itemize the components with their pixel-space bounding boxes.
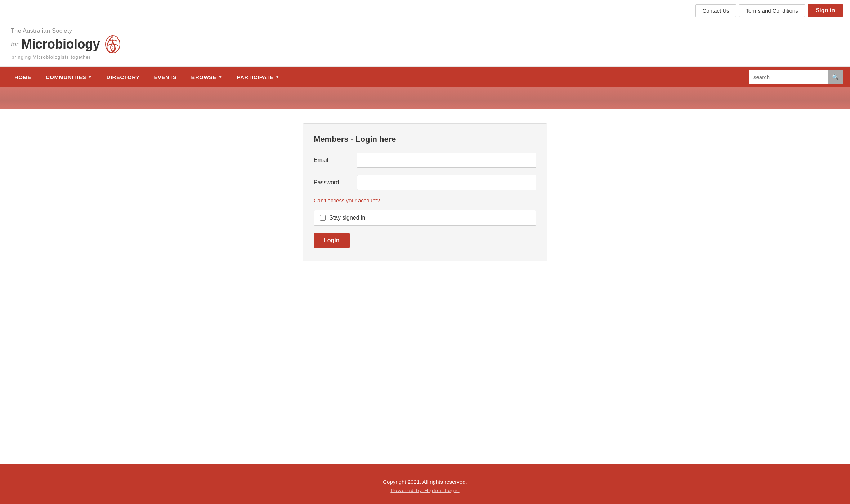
main-content: Members - Login here Email Password Can'… [0,109,850,464]
password-label: Password [314,179,357,186]
cant-access-link[interactable]: Can't access your account? [314,197,380,203]
stay-signed-box: Stay signed in [314,210,536,226]
hero-band [0,87,850,109]
nav-browse[interactable]: BROWSE ▼ [184,67,230,87]
logo-top-line: The Australian Society [11,28,72,34]
login-title: Members - Login here [314,135,536,144]
email-field[interactable] [357,153,536,168]
communities-chevron-icon: ▼ [88,75,92,79]
footer-copyright: Copyright 2021. All rights reserved. [7,479,843,485]
participate-chevron-icon: ▼ [276,75,279,79]
navigation: HOME COMMUNITIES ▼ DIRECTORY EVENTS BROW… [0,67,850,87]
email-group: Email [314,153,536,168]
logo-brand: Microbiology [21,37,100,52]
logo-main-line: for Microbiology [11,34,123,54]
nav-home[interactable]: HOME [7,67,39,87]
login-box: Members - Login here Email Password Can'… [303,123,547,261]
search-input[interactable] [749,70,828,84]
header: The Australian Society for Microbiology … [0,21,850,67]
stay-signed-checkbox[interactable] [320,215,326,221]
logo-for-text: for [11,41,18,48]
nav-events[interactable]: EVENTS [147,67,184,87]
password-field[interactable] [357,175,536,190]
search-button[interactable]: 🔍 [828,70,843,84]
browse-chevron-icon: ▼ [218,75,222,79]
nav-items: HOME COMMUNITIES ▼ DIRECTORY EVENTS BROW… [7,67,749,87]
logo-tagline: bringing Microbiologists together [11,54,91,60]
logo-area: The Australian Society for Microbiology … [11,28,839,60]
stay-signed-label: Stay signed in [329,215,366,221]
nav-search: 🔍 [749,70,843,84]
nav-participate[interactable]: PARTICIPATE ▼ [229,67,287,87]
asm-logo-icon [103,34,123,54]
footer: Copyright 2021. All rights reserved. Pow… [0,464,850,504]
password-group: Password [314,175,536,190]
email-label: Email [314,157,357,163]
terms-conditions-button[interactable]: Terms and Conditions [739,4,805,17]
nav-directory[interactable]: DIRECTORY [99,67,147,87]
footer-powered-by[interactable]: Powered by Higher Logic [7,488,843,493]
contact-us-button[interactable]: Contact Us [695,4,736,17]
login-button[interactable]: Login [314,233,350,248]
search-icon: 🔍 [832,74,839,81]
top-bar: Contact Us Terms and Conditions Sign in [0,0,850,21]
nav-communities[interactable]: COMMUNITIES ▼ [39,67,99,87]
sign-in-button[interactable]: Sign in [808,4,843,17]
